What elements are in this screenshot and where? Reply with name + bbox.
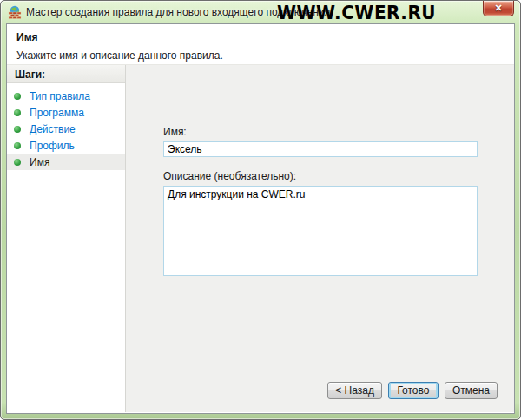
close-button[interactable]: ✕ (483, 1, 514, 16)
green-dot-icon (14, 109, 21, 116)
step-item-action[interactable]: Действие (7, 121, 125, 137)
step-label: Профиль (30, 140, 75, 152)
close-icon: ✕ (494, 3, 502, 13)
step-item-program[interactable]: Программа (7, 104, 125, 121)
step-label: Имя (30, 156, 49, 168)
page-subtitle: Укажите имя и описание данного правила. (16, 49, 505, 62)
wizard-window: Мастер создания правила для нового входя… (0, 0, 521, 420)
step-label: Действие (30, 123, 76, 135)
page-title: Имя (16, 31, 505, 43)
step-item-name[interactable]: Имя (7, 154, 125, 170)
wizard-header: Имя Укажите имя и описание данного прави… (7, 24, 514, 65)
green-dot-icon (14, 142, 21, 149)
steps-list: Тип правила Программа Действие Проф (7, 88, 125, 170)
name-input[interactable] (163, 141, 478, 157)
green-dot-icon (14, 159, 21, 166)
description-field-label: Описание (необязательно): (163, 170, 478, 182)
firewall-icon (8, 5, 22, 19)
rule-name-form: Имя: Описание (необязательно): Для инстр… (163, 126, 478, 276)
cancel-button[interactable]: Отмена (445, 382, 498, 399)
wizard-body: Шаги: Тип правила Программа Действие (7, 65, 514, 412)
screen: Мастер создания правила для нового входя… (0, 0, 521, 420)
wizard-content: Имя Укажите имя и описание данного прави… (6, 23, 515, 414)
step-label: Тип правила (30, 90, 90, 102)
steps-panel-title: Шаги: (7, 65, 125, 83)
step-item-rule-type[interactable]: Тип правила (7, 88, 125, 104)
watermark-text: WWW.CWER.RU (277, 2, 436, 23)
finish-button[interactable]: Готово (388, 382, 439, 399)
green-dot-icon (14, 126, 21, 133)
titlebar: Мастер создания правила для нового входя… (1, 1, 520, 23)
green-dot-icon (14, 93, 21, 100)
name-field-label: Имя: (163, 126, 478, 138)
main-panel: Имя: Описание (необязательно): Для инстр… (126, 65, 514, 412)
back-button[interactable]: < Назад (327, 382, 382, 399)
wizard-buttons: < Назад Готово Отмена (327, 382, 498, 399)
steps-panel: Шаги: Тип правила Программа Действие (7, 65, 126, 412)
step-item-profile[interactable]: Профиль (7, 137, 125, 154)
step-label: Программа (30, 107, 84, 119)
description-textarea[interactable]: Для инструкции на CWER.ru (163, 186, 478, 276)
